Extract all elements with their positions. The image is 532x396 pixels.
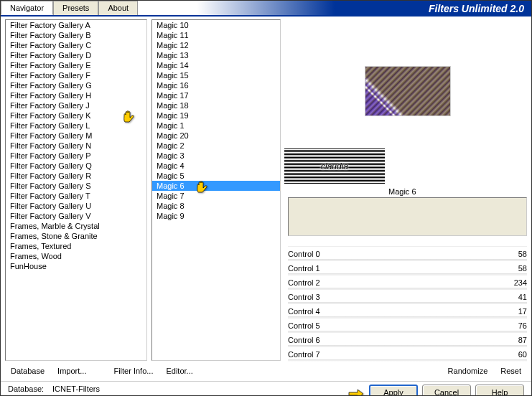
category-item[interactable]: Filter Factory Gallery U bbox=[6, 201, 146, 211]
filter-item[interactable]: Magic 14 bbox=[152, 60, 280, 70]
category-item[interactable]: Filter Factory Gallery Q bbox=[6, 161, 146, 171]
category-item[interactable]: Frames, Textured bbox=[6, 241, 146, 251]
category-item[interactable]: Filter Factory Gallery H bbox=[6, 90, 146, 100]
filter-item[interactable]: Magic 12 bbox=[152, 40, 280, 50]
help-button[interactable]: Help bbox=[475, 385, 524, 396]
filter-item[interactable]: Magic 1 bbox=[152, 121, 280, 131]
category-item[interactable]: Filter Factory Gallery T bbox=[6, 191, 146, 201]
control-label: Control 2 bbox=[288, 278, 320, 287]
category-item[interactable]: Filter Factory Gallery G bbox=[6, 80, 146, 90]
control-value: 58 bbox=[518, 264, 527, 273]
category-item[interactable]: Filter Factory Gallery P bbox=[6, 151, 146, 161]
filter-item[interactable]: Magic 18 bbox=[152, 100, 280, 110]
control-label: Control 6 bbox=[288, 336, 320, 344]
import-button[interactable]: Import... bbox=[55, 365, 89, 377]
status-db-value: ICNET-Filters bbox=[52, 385, 100, 393]
filter-item[interactable]: Magic 15 bbox=[152, 70, 280, 80]
editor-button[interactable]: Editor... bbox=[163, 365, 195, 377]
category-item[interactable]: Filter Factory Gallery K bbox=[6, 110, 146, 121]
category-item[interactable]: Frames, Marble & Crystal bbox=[6, 221, 146, 231]
filter-item[interactable]: Magic 6 bbox=[152, 181, 280, 191]
category-item[interactable]: Filter Factory Gallery C bbox=[6, 40, 146, 50]
control-slider-row[interactable]: Control 341 bbox=[288, 289, 527, 303]
control-slider-row[interactable]: Control 576 bbox=[288, 318, 527, 332]
category-item[interactable]: Filter Factory Gallery R bbox=[6, 171, 146, 181]
watermark-badge: claudia bbox=[284, 148, 385, 184]
preview-area: claudia bbox=[288, 19, 527, 163]
filter-list[interactable]: Magic 10Magic 11Magic 12Magic 13Magic 14… bbox=[151, 19, 281, 361]
filter-item[interactable]: Magic 8 bbox=[152, 201, 280, 211]
control-value: 76 bbox=[518, 321, 527, 330]
filter-item[interactable]: Magic 3 bbox=[152, 151, 280, 161]
control-slider-row[interactable]: Control 058 bbox=[288, 246, 527, 260]
control-value: 41 bbox=[518, 293, 527, 301]
tab-presets[interactable]: Presets bbox=[53, 1, 98, 15]
control-slider-row[interactable]: Control 2234 bbox=[288, 275, 527, 289]
filter-item[interactable]: Magic 16 bbox=[152, 80, 280, 90]
control-value: 87 bbox=[518, 336, 527, 344]
control-slider-row[interactable]: Control 417 bbox=[288, 303, 527, 318]
filter-item[interactable]: Magic 2 bbox=[152, 141, 280, 151]
app-title: Filters Unlimited 2.0 bbox=[138, 1, 531, 15]
pointer-hand-icon bbox=[347, 385, 365, 396]
current-filter-name: Magic 6 bbox=[388, 187, 416, 196]
category-item[interactable]: Filter Factory Gallery V bbox=[6, 211, 146, 221]
category-item[interactable]: Filter Factory Gallery J bbox=[6, 100, 146, 110]
control-value: 58 bbox=[518, 250, 527, 258]
control-label: Control 0 bbox=[288, 250, 320, 258]
reset-button[interactable]: Reset bbox=[498, 365, 524, 377]
category-item[interactable]: Filter Factory Gallery A bbox=[6, 20, 146, 30]
control-slider-row[interactable]: Control 760 bbox=[288, 346, 527, 361]
category-item[interactable]: Filter Factory Gallery L bbox=[6, 121, 146, 131]
control-label: Control 7 bbox=[288, 350, 320, 359]
control-value: 17 bbox=[518, 307, 527, 316]
control-label: Control 5 bbox=[288, 321, 320, 330]
filter-item[interactable]: Magic 17 bbox=[152, 90, 280, 100]
category-item[interactable]: Filter Factory Gallery B bbox=[6, 30, 146, 40]
control-label: Control 4 bbox=[288, 307, 320, 316]
filter-item[interactable]: Magic 4 bbox=[152, 161, 280, 171]
category-item[interactable]: Filter Factory Gallery E bbox=[6, 60, 146, 70]
randomize-button[interactable]: Randomize bbox=[445, 365, 491, 377]
cancel-button[interactable]: Cancel bbox=[422, 385, 471, 396]
control-value: 60 bbox=[518, 350, 527, 359]
preview-image bbox=[365, 66, 451, 116]
progress-bar bbox=[288, 197, 527, 236]
apply-button[interactable]: Apply bbox=[369, 385, 418, 396]
control-slider-row[interactable]: Control 687 bbox=[288, 332, 527, 346]
tab-bar: Navigator Presets About bbox=[1, 1, 138, 15]
filter-item[interactable]: Magic 13 bbox=[152, 50, 280, 60]
filter-item[interactable]: Magic 19 bbox=[152, 110, 280, 121]
filter-item[interactable]: Magic 10 bbox=[152, 20, 280, 30]
category-item[interactable]: Filter Factory Gallery M bbox=[6, 131, 146, 141]
control-label: Control 1 bbox=[288, 264, 320, 273]
filter-item[interactable]: Magic 9 bbox=[152, 211, 280, 221]
filter-item[interactable]: Magic 5 bbox=[152, 171, 280, 181]
filter-item[interactable]: Magic 7 bbox=[152, 191, 280, 201]
category-item[interactable]: Filter Factory Gallery S bbox=[6, 181, 146, 191]
status-db-label: Database: bbox=[8, 385, 52, 393]
category-item[interactable]: FunHouse bbox=[6, 261, 146, 271]
tab-about[interactable]: About bbox=[98, 1, 138, 15]
database-button[interactable]: Database bbox=[8, 365, 47, 377]
category-item[interactable]: Filter Factory Gallery D bbox=[6, 50, 146, 60]
category-item[interactable]: Frames, Stone & Granite bbox=[6, 231, 146, 241]
category-item[interactable]: Filter Factory Gallery F bbox=[6, 70, 146, 80]
control-label: Control 3 bbox=[288, 293, 320, 301]
filter-item[interactable]: Magic 11 bbox=[152, 30, 280, 40]
control-value: 234 bbox=[514, 278, 527, 287]
control-slider-row[interactable]: Control 158 bbox=[288, 260, 527, 275]
category-list[interactable]: Filter Factory Gallery AFilter Factory G… bbox=[5, 19, 147, 361]
tab-navigator[interactable]: Navigator bbox=[1, 1, 53, 15]
category-item[interactable]: Frames, Wood bbox=[6, 251, 146, 261]
category-item[interactable]: Filter Factory Gallery N bbox=[6, 141, 146, 151]
filter-item[interactable]: Magic 20 bbox=[152, 131, 280, 141]
controls-panel: Control 058Control 158Control 2234Contro… bbox=[288, 246, 527, 361]
filter-info-button[interactable]: Filter Info... bbox=[111, 365, 156, 377]
